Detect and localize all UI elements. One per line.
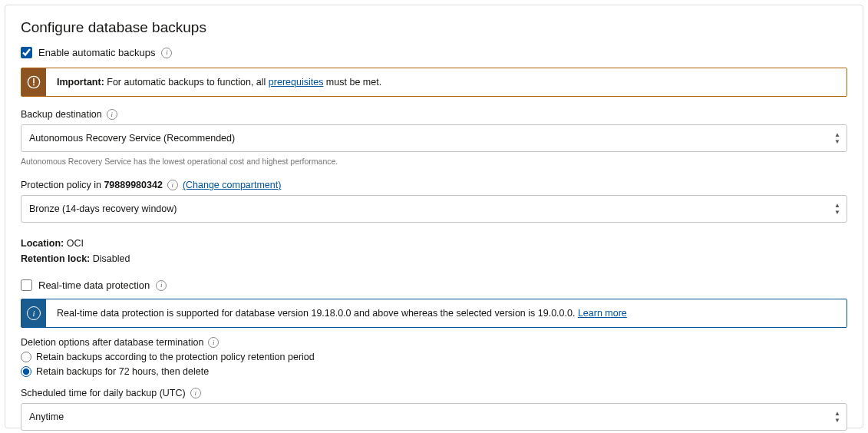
- info-icon[interactable]: i: [167, 180, 178, 190]
- scheduled-time-value: Anytime: [29, 412, 64, 422]
- protection-policy-label: Protection policy in 79889980342: [21, 180, 163, 190]
- important-text-before: For automatic backups to function, all: [104, 77, 269, 88]
- info-icon[interactable]: i: [190, 388, 201, 398]
- deletion-option-2-label: Retain backups for 72 hours, then delete: [36, 366, 209, 377]
- info-icon[interactable]: i: [208, 337, 219, 348]
- backup-destination-label: Backup destination: [21, 109, 102, 120]
- location-label: Location:: [21, 238, 64, 249]
- important-alert-body: Important: For automatic backups to func…: [46, 68, 847, 96]
- realtime-info-alert: i Real-time data protection is supported…: [21, 299, 847, 328]
- select-caret-icon: ▲▼: [834, 411, 840, 424]
- scheduled-time-select[interactable]: Anytime ▲▼: [21, 403, 847, 431]
- page-title: Configure database backups: [21, 19, 847, 36]
- prerequisites-link[interactable]: prerequisites: [269, 77, 324, 88]
- deletion-options-label: Deletion options after database terminat…: [21, 337, 203, 348]
- location-value: OCI: [64, 238, 84, 249]
- deletion-option-1-row: Retain backups according to the protecti…: [21, 352, 847, 362]
- realtime-protection-label: Real-time data protection: [38, 279, 150, 291]
- protection-policy-select[interactable]: Bronze (14-days recovery window) ▲▼: [21, 195, 847, 223]
- info-icon[interactable]: i: [107, 109, 117, 120]
- enable-automatic-backups-label: Enable automatic backups: [38, 47, 155, 58]
- backup-destination-label-row: Backup destination i: [21, 109, 847, 120]
- realtime-protection-row: Real-time data protection i: [21, 279, 847, 291]
- protection-policy-label-row: Protection policy in 79889980342 i (Chan…: [21, 180, 847, 190]
- location-row: Location: OCI: [21, 238, 847, 249]
- svg-point-2: [33, 84, 35, 86]
- deletion-option-1-label: Retain backups according to the protecti…: [36, 352, 315, 362]
- enable-automatic-backups-checkbox[interactable]: [21, 47, 32, 58]
- warning-icon: [27, 75, 41, 89]
- select-caret-icon: ▲▼: [834, 132, 840, 145]
- backup-destination-select[interactable]: Autonomous Recovery Service (Recommended…: [21, 124, 847, 152]
- backup-destination-helper: Autonomous Recovery Service has the lowe…: [21, 157, 847, 166]
- protection-policy-value: Bronze (14-days recovery window): [29, 203, 177, 214]
- realtime-alert-text: Real-time data protection is supported f…: [57, 308, 578, 319]
- select-caret-icon: ▲▼: [834, 203, 840, 216]
- enable-automatic-backups-row: Enable automatic backups i: [21, 47, 847, 58]
- backup-destination-value: Autonomous Recovery Service (Recommended…: [29, 133, 235, 144]
- deletion-option-72hours-radio[interactable]: [21, 366, 31, 377]
- learn-more-link[interactable]: Learn more: [578, 308, 627, 319]
- change-compartment-link[interactable]: (Change compartment): [183, 180, 282, 190]
- realtime-alert-body: Real-time data protection is supported f…: [46, 299, 847, 327]
- configure-backups-panel: Configure database backups Enable automa…: [5, 5, 863, 428]
- retention-lock-row: Retention lock: Disabled: [21, 253, 847, 264]
- deletion-options-label-row: Deletion options after database terminat…: [21, 337, 847, 348]
- important-alert-side: [21, 68, 46, 96]
- info-icon[interactable]: i: [161, 48, 172, 58]
- realtime-alert-side: i: [21, 299, 46, 327]
- compartment-name: 79889980342: [104, 180, 162, 190]
- info-icon[interactable]: i: [156, 280, 167, 291]
- important-strong: Important:: [57, 77, 104, 88]
- deletion-option-2-row: Retain backups for 72 hours, then delete: [21, 366, 847, 377]
- important-alert: Important: For automatic backups to func…: [21, 68, 847, 97]
- retention-lock-value: Disabled: [90, 253, 130, 264]
- scheduled-time-label-row: Scheduled time for daily backup (UTC) i: [21, 388, 847, 398]
- scheduled-time-label: Scheduled time for daily backup (UTC): [21, 388, 186, 398]
- info-circle-icon: i: [27, 306, 41, 320]
- retention-lock-label: Retention lock:: [21, 253, 90, 264]
- realtime-protection-checkbox[interactable]: [21, 279, 32, 291]
- important-text-after: must be met.: [323, 77, 381, 88]
- deletion-option-retain-policy-radio[interactable]: [21, 352, 31, 362]
